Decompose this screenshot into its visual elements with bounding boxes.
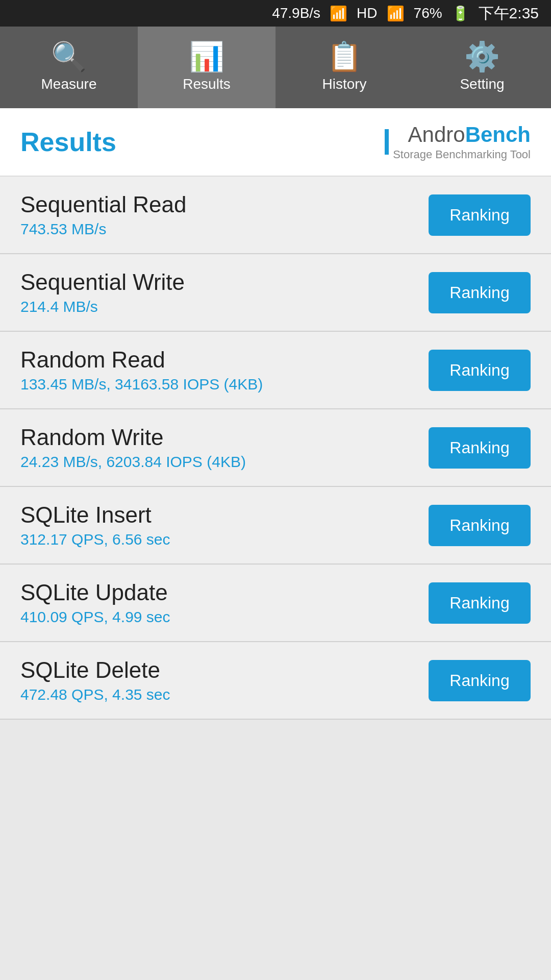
result-value-rand-write: 24.23 MB/s, 6203.84 IOPS (4KB) <box>20 453 429 471</box>
result-info-sqlite-update: SQLite Update 410.09 QPS, 4.99 sec <box>20 580 429 626</box>
tab-results-label: Results <box>183 76 230 92</box>
measure-icon: 🔍 <box>51 42 87 71</box>
ranking-button-seq-write[interactable]: Ranking <box>429 272 531 313</box>
brand-andro: Andro <box>408 122 465 146</box>
tab-history[interactable]: 📋 History <box>276 27 413 108</box>
result-info-sqlite-delete: SQLite Delete 472.48 QPS, 4.35 sec <box>20 657 429 703</box>
results-icon: 📊 <box>189 42 224 71</box>
clock: 下午2:35 <box>479 3 539 24</box>
battery-icon: 🔋 <box>452 5 469 22</box>
result-info-seq-read: Sequential Read 743.53 MB/s <box>20 192 429 238</box>
tab-measure-label: Measure <box>41 76 97 92</box>
result-name-rand-read: Random Read <box>20 347 429 373</box>
result-value-sqlite-update: 410.09 QPS, 4.99 sec <box>20 608 429 626</box>
tab-setting[interactable]: ⚙️ Setting <box>413 27 551 108</box>
result-value-sqlite-insert: 312.17 QPS, 6.56 sec <box>20 531 429 548</box>
brand-logo: AndroBench Storage Benchmarking Tool <box>385 122 531 161</box>
ranking-button-rand-read[interactable]: Ranking <box>429 350 531 391</box>
result-item-sqlite-update: SQLite Update 410.09 QPS, 4.99 sec Ranki… <box>0 565 551 642</box>
signal-icon: 📶 <box>387 5 405 22</box>
ranking-button-sqlite-delete[interactable]: Ranking <box>429 660 531 701</box>
result-info-rand-read: Random Read 133.45 MB/s, 34163.58 IOPS (… <box>20 347 429 393</box>
status-bar: 47.9B/s 📶 HD 📶 76% 🔋 下午2:35 <box>0 0 551 27</box>
result-item-sqlite-delete: SQLite Delete 472.48 QPS, 4.35 sec Ranki… <box>0 642 551 720</box>
result-name-sqlite-insert: SQLite Insert <box>20 502 429 528</box>
ranking-button-seq-read[interactable]: Ranking <box>429 194 531 236</box>
result-value-rand-read: 133.45 MB/s, 34163.58 IOPS (4KB) <box>20 376 429 393</box>
tab-results[interactable]: 📊 Results <box>138 27 276 108</box>
result-info-rand-write: Random Write 24.23 MB/s, 6203.84 IOPS (4… <box>20 425 429 471</box>
setting-icon: ⚙️ <box>464 42 500 71</box>
brand-subtitle: Storage Benchmarking Tool <box>393 148 531 161</box>
brand-bar-decoration <box>385 129 389 155</box>
result-value-seq-read: 743.53 MB/s <box>20 220 429 238</box>
wifi-icon: 📶 <box>330 5 347 22</box>
result-item-sqlite-insert: SQLite Insert 312.17 QPS, 6.56 sec Ranki… <box>0 487 551 565</box>
result-value-sqlite-delete: 472.48 QPS, 4.35 sec <box>20 686 429 703</box>
ranking-button-sqlite-update[interactable]: Ranking <box>429 582 531 624</box>
battery-level: 76% <box>414 5 442 21</box>
result-item-seq-read: Sequential Read 743.53 MB/s Ranking <box>0 177 551 254</box>
result-name-seq-write: Sequential Write <box>20 270 429 295</box>
hd-badge: HD <box>357 5 377 21</box>
network-speed: 47.9B/s <box>272 5 320 21</box>
brand-bench: Bench <box>465 122 531 146</box>
brand-name: AndroBench <box>393 122 531 147</box>
tab-history-label: History <box>322 76 366 92</box>
nav-tabs: 🔍 Measure 📊 Results 📋 History ⚙️ Setting <box>0 27 551 108</box>
result-item-rand-write: Random Write 24.23 MB/s, 6203.84 IOPS (4… <box>0 409 551 487</box>
tab-setting-label: Setting <box>460 76 504 92</box>
result-info-seq-write: Sequential Write 214.4 MB/s <box>20 270 429 315</box>
ranking-button-rand-write[interactable]: Ranking <box>429 427 531 469</box>
result-name-sqlite-delete: SQLite Delete <box>20 657 429 683</box>
result-name-seq-read: Sequential Read <box>20 192 429 217</box>
result-name-sqlite-update: SQLite Update <box>20 580 429 605</box>
results-header: Results AndroBench Storage Benchmarking … <box>0 108 551 177</box>
result-info-sqlite-insert: SQLite Insert 312.17 QPS, 6.56 sec <box>20 502 429 548</box>
result-name-rand-write: Random Write <box>20 425 429 450</box>
result-list: Sequential Read 743.53 MB/s Ranking Sequ… <box>0 177 551 720</box>
result-value-seq-write: 214.4 MB/s <box>20 298 429 315</box>
tab-measure[interactable]: 🔍 Measure <box>0 27 138 108</box>
result-item-seq-write: Sequential Write 214.4 MB/s Ranking <box>0 254 551 332</box>
page-title: Results <box>20 127 116 157</box>
result-item-rand-read: Random Read 133.45 MB/s, 34163.58 IOPS (… <box>0 332 551 409</box>
history-icon: 📋 <box>327 42 362 71</box>
ranking-button-sqlite-insert[interactable]: Ranking <box>429 505 531 546</box>
